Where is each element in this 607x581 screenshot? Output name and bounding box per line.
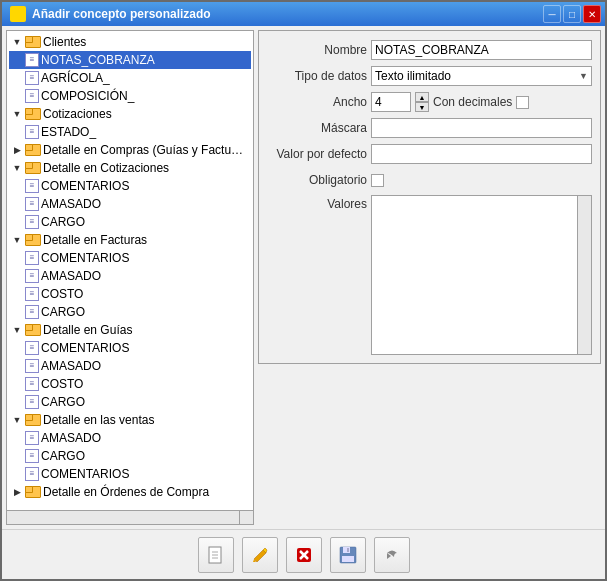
tree-label-detalle-cotizaciones: Detalle en Cotizaciones — [43, 161, 169, 175]
tree-label-detalle-guias: Detalle en Guías — [43, 323, 132, 337]
tipo-datos-label: Tipo de datos — [267, 69, 367, 83]
valor-defecto-label: Valor por defecto — [267, 147, 367, 161]
new-button[interactable] — [198, 537, 234, 573]
mascara-input[interactable] — [371, 118, 592, 138]
doc-icon-cargo4 — [25, 449, 39, 463]
tree-label-notas-cobranza: NOTAS_COBRANZA — [41, 53, 155, 67]
doc-icon-cargo1 — [25, 215, 39, 229]
tree-label-detalle-facturas: Detalle en Facturas — [43, 233, 147, 247]
valor-defecto-row: Valor por defecto — [267, 143, 592, 165]
minimize-button[interactable]: ─ — [543, 5, 561, 23]
nombre-label: Nombre — [267, 43, 367, 57]
edit-button[interactable] — [242, 537, 278, 573]
tree-item-detalle-ordenes[interactable]: ▶ Detalle en Órdenes de Compra — [9, 483, 251, 501]
maximize-button[interactable]: □ — [563, 5, 581, 23]
left-horizontal-scrollbar[interactable] — [7, 511, 239, 524]
tree-item-notas-cobranza[interactable]: NOTAS_COBRANZA — [9, 51, 251, 69]
tree-item-clientes[interactable]: ▼ Clientes — [9, 33, 251, 51]
toolbar — [2, 529, 605, 579]
tree-label-detalle-ventas: Detalle en las ventas — [43, 413, 154, 427]
right-panel: Nombre Tipo de datos Texto ilimitado ▼ A… — [258, 30, 601, 525]
tree-label-comentarios2: COMENTARIOS — [41, 251, 129, 265]
tree-item-composicion[interactable]: COMPOSICIÓN_ — [9, 87, 251, 105]
undo-button[interactable] — [374, 537, 410, 573]
folder-icon-compras — [25, 144, 41, 156]
tree-label-detalle-compras: Detalle en Compras (Guías y Factu… — [43, 143, 243, 157]
tree-item-costo3[interactable]: COSTO — [9, 375, 251, 393]
valores-box[interactable] — [371, 195, 592, 355]
ancho-spin-down[interactable]: ▼ — [415, 102, 429, 112]
save-button[interactable] — [330, 537, 366, 573]
new-icon — [206, 545, 226, 565]
con-decimales-container: Con decimales — [433, 95, 529, 109]
window-icon — [10, 6, 26, 22]
folder-icon-facturas — [25, 234, 41, 246]
obligatorio-label: Obligatorio — [267, 173, 367, 187]
tree-container[interactable]: ▼ Clientes NOTAS_COBRANZA AGRÍCOLA_ — [7, 31, 253, 510]
tree-item-cargo4[interactable]: CARGO — [9, 447, 251, 465]
tree-item-detalle-cotizaciones[interactable]: ▼ Detalle en Cotizaciones — [9, 159, 251, 177]
edit-icon — [250, 545, 270, 565]
tree-item-detalle-facturas[interactable]: ▼ Detalle en Facturas — [9, 231, 251, 249]
mascara-label: Máscara — [267, 121, 367, 135]
tree-item-amasado1[interactable]: AMASADO — [9, 195, 251, 213]
obligatorio-checkbox[interactable] — [371, 174, 384, 187]
tree-item-amasado3[interactable]: AMASADO — [9, 357, 251, 375]
main-window: Añadir concepto personalizado ─ □ ✕ ▼ Cl… — [0, 0, 607, 581]
tree-item-amasado2[interactable]: AMASADO — [9, 267, 251, 285]
valores-scrollbar[interactable] — [577, 196, 591, 354]
ancho-spinners: ▲ ▼ — [415, 92, 429, 112]
tipo-datos-row: Tipo de datos Texto ilimitado ▼ — [267, 65, 592, 87]
ancho-spin-up[interactable]: ▲ — [415, 92, 429, 102]
doc-icon-amasado4 — [25, 431, 39, 445]
doc-icon-costo2 — [25, 287, 39, 301]
doc-icon-comentarios4 — [25, 467, 39, 481]
doc-icon-estado — [25, 125, 39, 139]
nombre-input[interactable] — [371, 40, 592, 60]
tree-item-detalle-ventas[interactable]: ▼ Detalle en las ventas — [9, 411, 251, 429]
ancho-input[interactable] — [371, 92, 411, 112]
obligatorio-row: Obligatorio — [267, 169, 592, 191]
tree-item-cargo2[interactable]: CARGO — [9, 303, 251, 321]
tree-item-agricola[interactable]: AGRÍCOLA_ — [9, 69, 251, 87]
tree-label-agricola: AGRÍCOLA_ — [41, 71, 110, 85]
tree-label-comentarios3: COMENTARIOS — [41, 341, 129, 355]
tree-label-estado: ESTADO_ — [41, 125, 96, 139]
close-button[interactable]: ✕ — [583, 5, 601, 23]
undo-icon — [382, 545, 402, 565]
folder-icon-cotizaciones — [25, 108, 41, 120]
window-title: Añadir concepto personalizado — [32, 7, 211, 21]
title-controls: ─ □ ✕ — [543, 5, 601, 23]
valores-row: Valores — [267, 195, 592, 355]
tree-label-cotizaciones: Cotizaciones — [43, 107, 112, 121]
valor-defecto-input[interactable] — [371, 144, 592, 164]
tree-item-detalle-guias[interactable]: ▼ Detalle en Guías — [9, 321, 251, 339]
expand-icon-compras: ▶ — [9, 145, 25, 155]
tree-item-cargo1[interactable]: CARGO — [9, 213, 251, 231]
tree-item-comentarios2[interactable]: COMENTARIOS — [9, 249, 251, 267]
doc-icon-comentarios3 — [25, 341, 39, 355]
tree-label-comentarios1: COMENTARIOS — [41, 179, 129, 193]
left-panel-scrollbar — [7, 510, 253, 524]
tree-item-detalle-compras[interactable]: ▶ Detalle en Compras (Guías y Factu… — [9, 141, 251, 159]
title-bar-text: Añadir concepto personalizado — [10, 6, 211, 22]
tree-item-amasado4[interactable]: AMASADO — [9, 429, 251, 447]
tree-item-comentarios4[interactable]: COMENTARIOS — [9, 465, 251, 483]
expand-icon-ordenes: ▶ — [9, 487, 25, 497]
con-decimales-label: Con decimales — [433, 95, 512, 109]
tree-item-cargo3[interactable]: CARGO — [9, 393, 251, 411]
tree-item-comentarios3[interactable]: COMENTARIOS — [9, 339, 251, 357]
doc-icon-cargo3 — [25, 395, 39, 409]
doc-icon-agricola — [25, 71, 39, 85]
doc-icon-comentarios2 — [25, 251, 39, 265]
tree-label-amasado3: AMASADO — [41, 359, 101, 373]
tree-item-cotizaciones[interactable]: ▼ Cotizaciones — [9, 105, 251, 123]
tipo-datos-dropdown[interactable]: Texto ilimitado ▼ — [371, 66, 592, 86]
save-icon — [338, 545, 358, 565]
delete-button[interactable] — [286, 537, 322, 573]
tree-item-comentarios1[interactable]: COMENTARIOS — [9, 177, 251, 195]
con-decimales-checkbox[interactable] — [516, 96, 529, 109]
tree-item-estado[interactable]: ESTADO_ — [9, 123, 251, 141]
expand-icon-ventas: ▼ — [9, 415, 25, 425]
tree-item-costo2[interactable]: COSTO — [9, 285, 251, 303]
